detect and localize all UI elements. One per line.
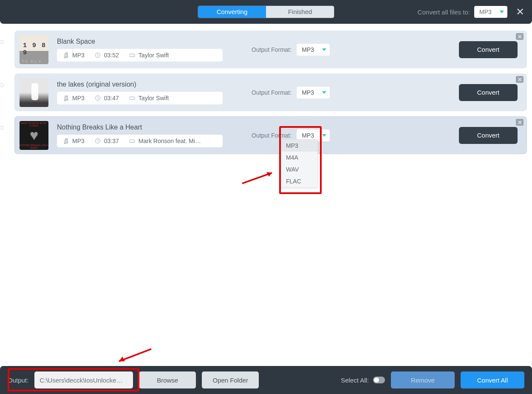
track-artist: Taylor Swift — [139, 52, 169, 59]
cloud-icon — [129, 52, 135, 58]
output-path-field[interactable]: C:\Users\decck\IosUnlocke… — [34, 371, 133, 388]
clock-icon — [95, 52, 101, 58]
track-row: ✕ Blank Space MP3 03:52 Taylor Swift Out… — [14, 31, 527, 68]
track-row: ✕ the lakes (original version) MP3 03:47… — [14, 73, 527, 111]
track-title: Blank Space — [57, 38, 223, 45]
output-label: Output: — [8, 377, 28, 384]
album-cover — [20, 78, 48, 107]
annotation-arrow-output — [113, 347, 154, 364]
annotation-arrow-dropdown — [240, 169, 278, 186]
row-close-icon[interactable]: ✕ — [516, 33, 524, 40]
chevron-down-icon — [322, 91, 326, 94]
row-bullet — [0, 126, 4, 130]
row-close-icon[interactable]: ✕ — [516, 76, 524, 83]
track-duration: 03:37 — [104, 138, 119, 144]
clock-icon — [95, 95, 101, 101]
mode-tabs: Converting Finished — [198, 6, 334, 18]
track-title: the lakes (original version) — [57, 81, 223, 88]
row-close-icon[interactable]: ✕ — [516, 119, 524, 126]
clock-icon — [95, 138, 101, 144]
svg-marker-4 — [266, 172, 272, 177]
select-all-toggle[interactable] — [373, 377, 385, 383]
chevron-down-icon — [322, 134, 326, 137]
top-bar: Converting Finished Convert all files to… — [0, 0, 532, 24]
select-all-label: Select All: — [341, 377, 369, 384]
track-meta-pill: MP3 03:37 Mark Ronson feat. Mil… — [57, 135, 223, 147]
svg-line-3 — [242, 173, 272, 183]
format-dropdown[interactable]: MP3M4AWAVFLAC — [280, 139, 318, 188]
track-row: ✕ NOTHING BREAKS LIKE A HEART Nothing Br… — [14, 116, 527, 154]
cloud-icon — [129, 95, 135, 101]
convert-all-button[interactable]: Convert All — [461, 371, 524, 388]
tab-converting[interactable]: Converting — [198, 6, 266, 18]
output-format-value: MP3 — [302, 132, 314, 139]
convert-button[interactable]: Convert — [459, 84, 518, 101]
output-format-container: Output Format: MP3 — [252, 87, 330, 98]
album-cover — [20, 35, 48, 64]
select-all-container: Select All: — [341, 377, 385, 384]
format-option[interactable]: M4A — [281, 152, 317, 163]
track-duration: 03:52 — [104, 52, 119, 59]
track-meta-pill: MP3 03:52 Taylor Swift — [57, 49, 223, 62]
tab-finished[interactable]: Finished — [266, 6, 334, 18]
track-list: ✕ Blank Space MP3 03:52 Taylor Swift Out… — [0, 24, 532, 161]
track-meta-pill: MP3 03:47 Taylor Swift — [57, 92, 223, 104]
music-note-icon — [63, 52, 69, 58]
output-format-select[interactable]: MP3 — [297, 87, 330, 98]
music-note-icon — [63, 138, 69, 144]
open-folder-button[interactable]: Open Folder — [202, 371, 259, 388]
track-format: MP3 — [72, 52, 85, 59]
output-format-label: Output Format: — [252, 46, 291, 53]
output-format-value: MP3 — [302, 89, 314, 96]
output-format-value: MP3 — [302, 46, 314, 53]
row-bullet — [0, 40, 4, 44]
cloud-icon — [129, 138, 135, 144]
global-format-value: MP3 — [479, 8, 492, 15]
format-option[interactable]: FLAC — [281, 175, 317, 187]
output-format-label: Output Format: — [252, 89, 291, 96]
convert-all-files-label: Convert all files to: — [418, 8, 470, 16]
browse-button[interactable]: Browse — [139, 371, 196, 388]
global-format-select[interactable]: MP3 — [474, 6, 507, 18]
album-cover: NOTHING BREAKS LIKE A HEART — [20, 121, 48, 150]
row-bullet — [0, 83, 4, 87]
output-format-label: Output Format: — [252, 132, 291, 139]
track-format: MP3 — [72, 138, 85, 144]
track-format: MP3 — [72, 95, 85, 101]
format-option[interactable]: WAV — [281, 163, 317, 175]
svg-marker-6 — [119, 357, 125, 361]
track-artist: Mark Ronson feat. Mil… — [139, 138, 202, 144]
track-title: Nothing Breaks Like a Heart — [57, 124, 223, 131]
music-note-icon — [63, 95, 69, 101]
close-icon[interactable]: ✕ — [516, 7, 524, 17]
track-artist: Taylor Swift — [139, 95, 169, 101]
output-format-container: Output Format: MP3 — [252, 44, 330, 56]
remove-button[interactable]: Remove — [391, 371, 455, 388]
chevron-down-icon — [500, 11, 504, 13]
output-format-select[interactable]: MP3 — [297, 44, 330, 56]
chevron-down-icon — [322, 48, 326, 51]
bottom-bar: Output: C:\Users\decck\IosUnlocke… Brows… — [0, 366, 532, 394]
convert-button[interactable]: Convert — [459, 41, 518, 58]
format-option[interactable]: MP3 — [281, 140, 317, 152]
svg-line-5 — [119, 349, 151, 361]
convert-button[interactable]: Convert — [459, 127, 518, 144]
global-format-container: Convert all files to: MP3 — [418, 6, 507, 18]
track-duration: 03:47 — [104, 95, 119, 101]
